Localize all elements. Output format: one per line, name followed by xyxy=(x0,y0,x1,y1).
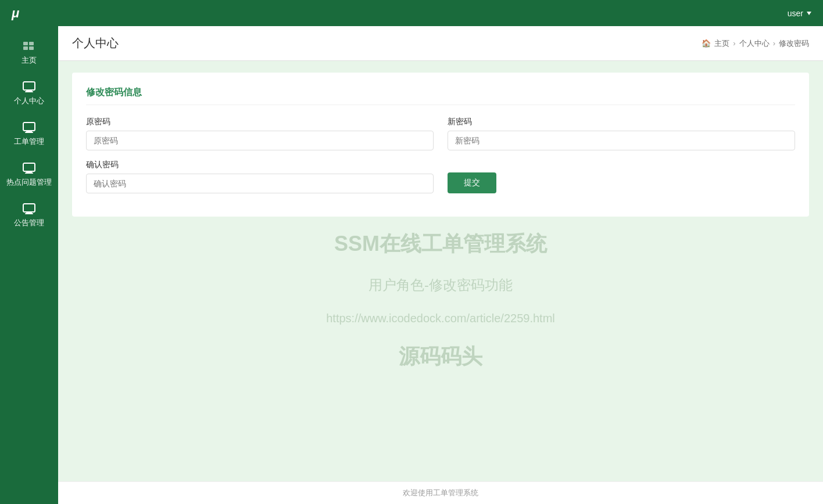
breadcrumb-sep2: › xyxy=(773,39,775,48)
old-password-input[interactable] xyxy=(86,131,434,150)
new-password-label: 新密码 xyxy=(448,117,795,127)
sidebar-label-workorder: 工单管理 xyxy=(14,136,44,147)
svg-rect-9 xyxy=(25,132,33,133)
form-row-2: 确认密码 提交 xyxy=(86,160,795,193)
user-menu[interactable]: user xyxy=(788,9,811,18)
form-group-old-password: 原密码 xyxy=(86,117,434,150)
form-group-confirm-password: 确认密码 xyxy=(86,160,434,193)
submit-area: 提交 xyxy=(448,172,795,193)
svg-rect-11 xyxy=(26,171,32,172)
content-area: 个人中心 🏠 主页 › 个人中心 › 修改密码 SSM在线工单管理系统 用户角色… xyxy=(58,26,823,504)
page-title: 个人中心 xyxy=(72,35,119,51)
confirm-password-input[interactable] xyxy=(86,174,434,193)
svg-rect-12 xyxy=(25,172,33,174)
content-body: SSM在线工单管理系统 用户角色-修改密码功能 https://www.icod… xyxy=(58,61,823,481)
svg-rect-8 xyxy=(26,131,32,132)
watermark-text4: 源码码头 xyxy=(399,343,482,371)
svg-rect-15 xyxy=(25,213,33,214)
form-card: 修改密码信息 原密码 新密码 确认密码 xyxy=(72,73,809,217)
svg-rect-5 xyxy=(26,90,32,91)
svg-rect-3 xyxy=(29,46,34,50)
logo: μ xyxy=(12,6,19,21)
watermark-text1: SSM在线工单管理系统 xyxy=(334,230,547,258)
footer: 欢迎使用工单管理系统 xyxy=(58,481,823,504)
svg-rect-13 xyxy=(23,204,35,212)
old-password-label: 原密码 xyxy=(86,117,434,127)
watermark-text2: 用户角色-修改密码功能 xyxy=(368,276,513,294)
watermark-text3: https://www.icodedock.com/article/2259.h… xyxy=(326,312,555,325)
breadcrumb-current: 修改密码 xyxy=(779,38,809,49)
svg-rect-10 xyxy=(23,163,35,171)
svg-rect-4 xyxy=(23,82,35,90)
home-icon xyxy=(20,39,38,53)
breadcrumb-home: 主页 xyxy=(714,38,729,49)
breadcrumb: 🏠 主页 › 个人中心 › 修改密码 xyxy=(702,38,809,49)
sidebar: 主页 个人中心 工单管理 xyxy=(0,26,58,504)
svg-rect-1 xyxy=(23,46,28,50)
announcement-icon xyxy=(20,201,38,215)
breadcrumb-sep1: › xyxy=(733,39,735,48)
footer-text: 欢迎使用工单管理系统 xyxy=(403,488,478,497)
home-icon: 🏠 xyxy=(702,39,711,48)
main-area: 主页 个人中心 工单管理 xyxy=(0,26,823,504)
svg-rect-0 xyxy=(23,42,28,45)
sidebar-item-workorder[interactable]: 工单管理 xyxy=(0,113,58,154)
workorder-icon xyxy=(20,120,38,134)
sidebar-item-personal[interactable]: 个人中心 xyxy=(0,73,58,113)
svg-rect-6 xyxy=(25,91,33,92)
sidebar-label-hotissue: 热点问题管理 xyxy=(6,177,52,188)
svg-rect-2 xyxy=(29,42,34,45)
breadcrumb-middle: 个人中心 xyxy=(739,38,770,49)
sidebar-item-hotissue[interactable]: 热点问题管理 xyxy=(0,154,58,195)
form-group-new-password: 新密码 xyxy=(448,117,795,150)
personal-icon xyxy=(20,80,38,93)
sidebar-label-home: 主页 xyxy=(22,55,37,66)
sidebar-label-announcement: 公告管理 xyxy=(14,218,44,228)
top-nav: μ user xyxy=(0,0,823,26)
dropdown-caret-icon xyxy=(807,12,811,15)
submit-button[interactable]: 提交 xyxy=(448,172,496,193)
sidebar-label-personal: 个人中心 xyxy=(14,96,44,106)
confirm-password-label: 确认密码 xyxy=(86,160,434,170)
new-password-input[interactable] xyxy=(448,131,795,150)
hotissue-icon xyxy=(20,161,38,175)
sidebar-item-announcement[interactable]: 公告管理 xyxy=(0,195,58,235)
form-row-1: 原密码 新密码 xyxy=(86,117,795,150)
form-card-title: 修改密码信息 xyxy=(86,87,795,105)
username-label: user xyxy=(788,9,803,18)
page-header: 个人中心 🏠 主页 › 个人中心 › 修改密码 xyxy=(58,26,823,61)
sidebar-item-home[interactable]: 主页 xyxy=(0,32,58,73)
svg-rect-7 xyxy=(23,123,35,131)
svg-rect-14 xyxy=(26,212,32,213)
